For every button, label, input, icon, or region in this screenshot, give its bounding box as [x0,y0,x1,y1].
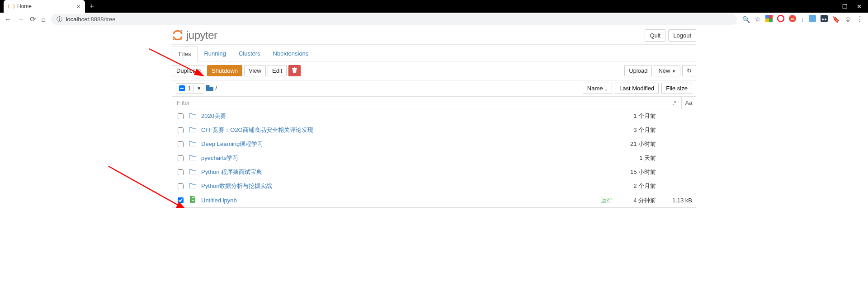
shutdown-button[interactable]: Shutdown [207,65,242,76]
tab-clusters[interactable]: Clusters [232,47,267,61]
file-checkbox[interactable] [178,113,184,119]
profile-icon[interactable]: ☺ [844,15,852,23]
tab-nbextensions[interactable]: Nbextensions [267,47,315,61]
quit-button[interactable]: Quit [645,29,665,42]
address-bar: ← → ⟳ ⌂ ⓘ localhost:8888/tree 🔍 ☆ ∞ ↓ 🔖 … [0,13,868,26]
browser-tab[interactable]: Home × [4,0,85,13]
close-tab-icon[interactable]: × [77,3,80,10]
tab-files[interactable]: Files [172,47,198,61]
file-name-link[interactable]: pyecharts学习 [201,154,615,162]
star-icon[interactable]: ☆ [755,15,761,23]
file-checkbox[interactable] [178,169,184,175]
select-dropdown[interactable]: ▼ [193,84,204,92]
running-status: 运行 [601,196,613,205]
svg-text:∞: ∞ [791,16,794,21]
file-modified: 21 小时前 [620,140,656,148]
file-checkbox[interactable] [178,155,184,161]
file-row: CFF竞赛：O2O商铺食品安全相关评论发现3 个月前 [172,123,696,137]
bookmark-icon[interactable]: 🔖 [832,16,840,23]
zoom-icon[interactable]: 🔍 [742,16,750,23]
window-controls: — ❐ ✕ [827,3,868,10]
refresh-icon: ↻ [687,67,692,74]
file-name-link[interactable]: Python 程序猿面试宝典 [201,168,615,176]
refresh-button[interactable]: ↻ [682,65,696,76]
menu-icon[interactable]: ⋮ [856,15,863,23]
header: jupyter Quit Logout [172,26,696,45]
edit-button[interactable]: Edit [268,65,287,76]
home-button[interactable]: ⌂ [41,15,46,23]
file-name-link[interactable]: CFF竞赛：O2O商铺食品安全相关评论发现 [201,126,615,134]
logo-text: jupyter [186,29,217,42]
jupyter-page: jupyter Quit Logout Files Running Cluste… [172,26,696,208]
action-toolbar: Duplicate Shutdown View Edit Upload New … [172,61,696,80]
svg-rect-16 [192,197,194,198]
file-modified: 1 个月前 [620,112,656,120]
file-list: 2020美赛1 个月前CFF竞赛：O2O商铺食品安全相关评论发现3 个月前Dee… [172,109,696,208]
file-checkbox[interactable] [178,141,184,147]
file-checkbox[interactable] [178,197,184,203]
forward-button[interactable]: → [17,15,24,23]
folder-icon [189,183,197,190]
minimize-icon[interactable]: — [827,3,833,10]
folder-icon [189,155,197,162]
sort-size-button[interactable]: File size [661,83,692,94]
ext-icon-3[interactable]: ∞ [789,15,796,23]
ext-icon-6[interactable] [821,15,828,23]
ext-icon-4[interactable]: ↓ [801,15,804,23]
tab-running[interactable]: Running [198,47,232,61]
selected-count: 1 [188,85,191,92]
file-row: 2020美赛1 个月前 [172,109,696,123]
upload-button[interactable]: Upload [624,65,652,76]
file-modified: 1 天前 [620,154,656,162]
url-path: /tree [104,16,116,23]
ext-icon-1[interactable] [765,15,773,23]
view-button[interactable]: View [244,65,266,76]
ext-icon-2[interactable] [777,15,784,23]
file-checkbox[interactable] [178,183,184,189]
svg-point-14 [173,39,175,40]
main-tabs: Files Running Clusters Nbextensions [172,47,696,61]
filter-input[interactable] [172,97,667,109]
url-input[interactable]: ⓘ localhost:8888/tree [51,14,737,25]
ext-icon-5[interactable] [809,15,816,23]
jupyter-logo[interactable]: jupyter [172,29,217,42]
info-icon: ⓘ [57,15,62,23]
file-name-link[interactable]: Deep Learning课程学习 [201,140,615,148]
folder-icon[interactable] [206,85,213,92]
file-checkbox[interactable] [178,127,184,133]
file-modified: 2 个月前 [620,182,656,190]
file-size: 1.13 kB [660,197,692,204]
delete-button[interactable] [288,65,301,76]
svg-rect-1 [769,15,773,19]
file-row: Untitled.ipynb运行4 分钟前1.13 kB [172,193,696,207]
sort-name-button[interactable]: Name ↓ [583,83,612,94]
logout-button[interactable]: Logout [668,29,696,42]
breadcrumb-root[interactable]: / [215,85,217,92]
svg-point-15 [181,39,182,40]
sort-modified-button[interactable]: Last Modified [615,83,659,94]
folder-icon [189,127,197,134]
browser-chrome: Home × + — ❐ ✕ [0,0,868,13]
regex-toggle[interactable]: .* [667,97,681,109]
maximize-icon[interactable]: ❐ [842,3,848,10]
extensions-row: 🔍 ☆ ∞ ↓ 🔖 ☺ ⋮ [742,15,863,23]
folder-icon [189,141,197,148]
case-toggle[interactable]: Aa [681,97,696,109]
duplicate-button[interactable]: Duplicate [172,65,205,76]
jupyter-logo-icon [172,29,184,41]
new-tab-button[interactable]: + [90,2,94,11]
file-name-link[interactable]: Untitled.ipynb [201,197,596,204]
jupyter-favicon-icon [8,3,14,9]
close-window-icon[interactable]: ✕ [857,3,862,10]
back-button[interactable]: ← [5,15,12,23]
svg-rect-2 [765,19,769,22]
file-name-link[interactable]: Python数据分析与挖掘实战 [201,182,615,190]
new-button[interactable]: New ▼ [654,65,680,76]
svg-point-10 [825,19,826,20]
select-all-checkbox[interactable] [179,85,185,91]
svg-rect-18 [192,200,194,201]
svg-rect-17 [192,199,194,199]
reload-button[interactable]: ⟳ [30,15,36,23]
file-name-link[interactable]: 2020美赛 [201,112,615,120]
notebook-icon [189,196,197,205]
